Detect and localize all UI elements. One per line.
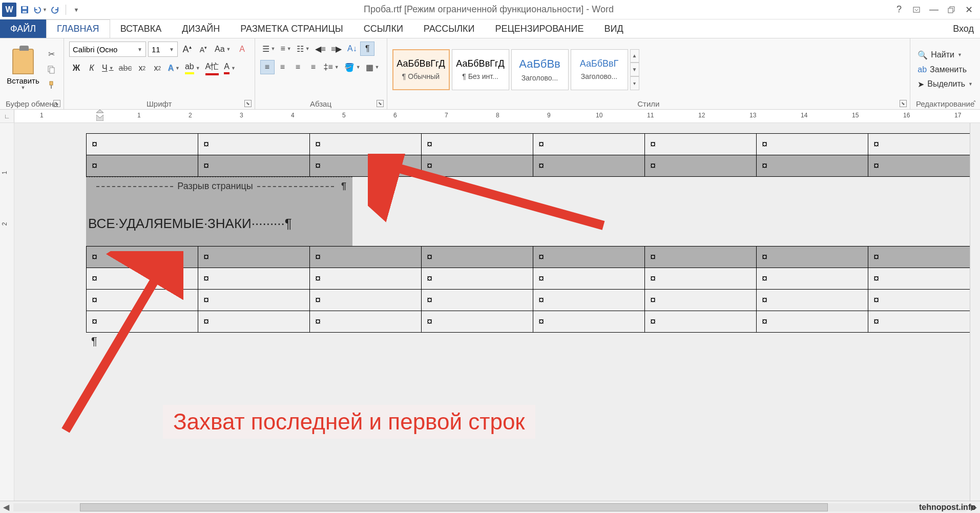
cut-button[interactable]: ✂ <box>44 48 58 60</box>
numbering-button[interactable]: ≡▼ <box>278 42 293 56</box>
table-cell[interactable]: ¤ <box>198 311 310 333</box>
table-cell[interactable]: ¤ <box>757 311 868 333</box>
superscript-button[interactable]: x2 <box>150 61 164 75</box>
line-spacing-button[interactable]: ‡≡▼ <box>322 60 341 74</box>
styles-scroll-up[interactable]: ▲ <box>630 49 639 63</box>
table-cell[interactable]: ¤ <box>868 290 980 311</box>
table-cell[interactable]: ¤ <box>757 268 868 290</box>
table-cell[interactable]: ¤ <box>87 290 198 311</box>
table-row[interactable]: ¤ ¤ ¤ ¤ ¤ ¤ ¤ ¤ <box>87 247 980 268</box>
borders-button[interactable]: ▦▼ <box>364 60 382 74</box>
table-cell[interactable]: ¤ <box>422 290 533 311</box>
style-normal[interactable]: АаБбВвГгД ¶ Обычный <box>392 49 450 90</box>
table-cell[interactable]: ¤ <box>868 268 980 290</box>
table-row[interactable]: ¤ ¤ ¤ ¤ ¤ ¤ ¤ ¤ <box>87 311 980 333</box>
tab-insert[interactable]: ВСТАВКА <box>110 19 172 38</box>
table-cell[interactable]: ¤ <box>198 268 310 290</box>
tab-view[interactable]: ВИД <box>594 19 634 38</box>
maximize-button[interactable] <box>944 3 958 17</box>
table-cell[interactable]: ¤ <box>533 290 645 311</box>
close-button[interactable]: ✕ <box>962 3 976 17</box>
style-heading1[interactable]: АаБбВв Заголово... <box>511 49 569 90</box>
sort-button[interactable]: A↓ <box>345 42 359 56</box>
replace-button[interactable]: ab Заменить <box>915 64 975 75</box>
table-cell[interactable]: ¤ <box>645 134 757 155</box>
table-2[interactable]: ¤ ¤ ¤ ¤ ¤ ¤ ¤ ¤ ¤ ¤ ¤ ¤ ¤ ¤ ¤ ¤ <box>86 246 980 333</box>
selected-text-block[interactable]: ВСЕ·УДАЛЯЕМЫЕ·ЗНАКИ·········¶ <box>86 213 352 246</box>
italic-button[interactable]: К <box>85 61 99 75</box>
subscript-button[interactable]: x2 <box>135 61 149 75</box>
table-cell[interactable]: ¤ <box>533 268 645 290</box>
shrink-font-button[interactable]: A▾ <box>196 42 211 56</box>
scroll-thumb[interactable] <box>80 503 828 511</box>
table-row[interactable]: ¤ ¤ ¤ ¤ ¤ ¤ ¤ ¤ <box>87 134 980 155</box>
tab-mailings[interactable]: РАССЫЛКИ <box>413 19 485 38</box>
tab-references[interactable]: ССЫЛКИ <box>353 19 413 38</box>
style-heading2[interactable]: АаБбВвГ Заголово... <box>571 49 628 90</box>
table-cell[interactable]: ¤ <box>868 134 980 155</box>
table-cell[interactable]: ¤ <box>533 311 645 333</box>
font-dialog-launcher[interactable]: ⬊ <box>244 100 252 107</box>
clipboard-dialog-launcher[interactable]: ⬊ <box>53 100 60 107</box>
styles-scroll-down[interactable]: ▼ <box>630 63 639 76</box>
strikethrough-button[interactable]: abc <box>117 61 134 75</box>
paragraph-mark[interactable]: ¶ <box>86 333 980 350</box>
table-cell[interactable]: ¤ <box>645 311 757 333</box>
show-marks-button[interactable]: ¶ <box>360 42 374 56</box>
page-break-marker[interactable]: Разрыв страницы ¶ <box>86 177 352 195</box>
table-cell[interactable]: ¤ <box>310 155 422 177</box>
table-cell[interactable]: ¤ <box>310 268 422 290</box>
change-case-button[interactable]: Aa▼ <box>213 42 233 56</box>
table-cell[interactable]: ¤ <box>87 247 198 268</box>
indent-marker[interactable] <box>96 110 103 121</box>
format-painter-button[interactable] <box>44 79 58 91</box>
clear-formatting-button[interactable]: A <box>235 42 249 56</box>
table-cell[interactable]: ¤ <box>422 268 533 290</box>
table-cell[interactable]: ¤ <box>310 134 422 155</box>
increase-indent-button[interactable]: ≡▶ <box>329 42 344 56</box>
align-right-button[interactable]: ≡ <box>291 60 305 74</box>
collapse-ribbon-button[interactable]: ˄ <box>970 99 979 108</box>
shading-button[interactable]: 🪣▼ <box>342 60 363 74</box>
help-button[interactable]: ? <box>892 3 906 17</box>
decrease-indent-button[interactable]: ◀≡ <box>313 42 328 56</box>
table-cell[interactable]: ¤ <box>533 134 645 155</box>
table-row[interactable]: ¤ ¤ ¤ ¤ ¤ ¤ ¤ ¤ <box>87 290 980 311</box>
table-cell[interactable]: ¤ <box>198 247 310 268</box>
table-cell[interactable]: ¤ <box>533 247 645 268</box>
qat-customize-button[interactable]: ▼ <box>69 3 84 17</box>
styles-dialog-launcher[interactable]: ⬊ <box>900 100 907 107</box>
copy-button[interactable] <box>44 64 58 76</box>
table-cell[interactable]: ¤ <box>87 268 198 290</box>
table-cell[interactable]: ¤ <box>757 247 868 268</box>
table-cell[interactable]: ¤ <box>757 290 868 311</box>
sign-in-link[interactable]: Вход <box>947 19 980 38</box>
scroll-left-button[interactable]: ◀ <box>0 501 12 514</box>
vertical-scrollbar[interactable] <box>970 123 980 501</box>
save-button[interactable] <box>17 3 32 17</box>
tab-file[interactable]: ФАЙЛ <box>0 19 46 38</box>
table-cell[interactable]: ¤ <box>422 247 533 268</box>
table-cell[interactable]: ¤ <box>422 134 533 155</box>
table-cell[interactable]: ¤ <box>198 155 310 177</box>
underline-button[interactable]: Ч▼ <box>100 61 116 75</box>
select-button[interactable]: ➤ Выделить ▼ <box>915 78 975 90</box>
table-cell[interactable]: ¤ <box>757 155 868 177</box>
font-size-combo[interactable]: 11▼ <box>148 42 178 57</box>
table-cell[interactable]: ¤ <box>868 311 980 333</box>
paste-button[interactable]: Вставить ▼ <box>5 42 41 97</box>
minimize-button[interactable]: — <box>927 3 941 17</box>
table-cell[interactable]: ¤ <box>87 134 198 155</box>
table-cell[interactable]: ¤ <box>310 247 422 268</box>
table-cell[interactable]: ¤ <box>87 311 198 333</box>
tab-layout[interactable]: РАЗМЕТКА СТРАНИЦЫ <box>230 19 353 38</box>
table-cell[interactable]: ¤ <box>422 311 533 333</box>
table-cell[interactable]: ¤ <box>533 155 645 177</box>
style-no-spacing[interactable]: АаБбВвГгД ¶ Без инт... <box>452 49 509 90</box>
find-button[interactable]: 🔍 Найти ▼ <box>915 49 975 61</box>
table-cell[interactable]: ¤ <box>310 290 422 311</box>
font-name-combo[interactable]: Calibri (Осно▼ <box>69 42 146 57</box>
vertical-ruler[interactable]: 1 2 <box>0 123 14 501</box>
table-1[interactable]: ¤ ¤ ¤ ¤ ¤ ¤ ¤ ¤ ¤ ¤ ¤ ¤ ¤ ¤ ¤ ¤ <box>86 133 980 177</box>
table-cell[interactable]: ¤ <box>87 155 198 177</box>
